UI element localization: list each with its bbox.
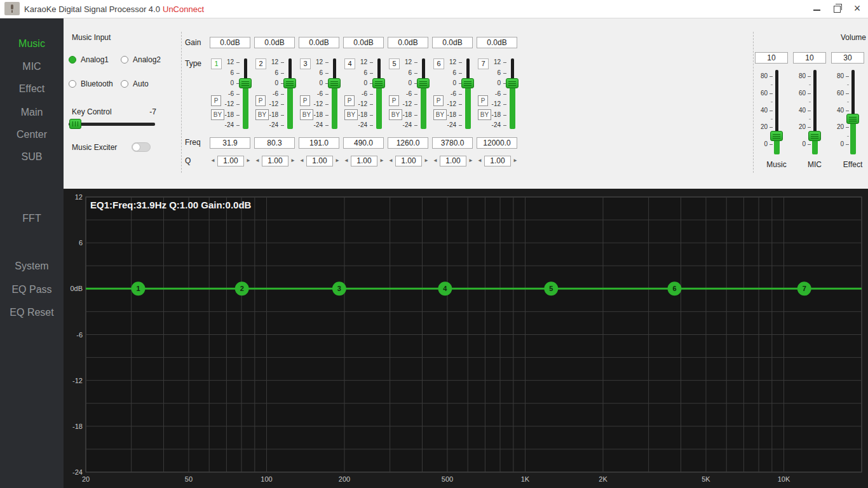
q-decrease-button-3[interactable]: ◄ (299, 156, 305, 165)
bypass-button-1[interactable]: BY (211, 109, 224, 120)
eq-point-label-3: 3 (337, 285, 341, 292)
band-freq-input-6[interactable]: 3780.0 (432, 137, 473, 149)
app-icon (4, 2, 20, 15)
q-increase-button-2[interactable]: ► (290, 156, 296, 165)
band-freq-input-2[interactable]: 80.3 (254, 137, 295, 149)
volume-value-mic[interactable]: 10 (793, 52, 826, 64)
radio-bluetooth[interactable] (69, 80, 76, 88)
band-freq-input-4[interactable]: 490.0 (343, 137, 384, 149)
band-gain-input-7[interactable]: 0.0dB (477, 37, 517, 48)
sidebar-item-eq-reset[interactable]: EQ Reset (0, 307, 64, 318)
volume-slider-handle-mic[interactable] (808, 131, 821, 141)
eq-band-3: 0.0dB31260-6-12-18-24PBY191.0◄1.00► (299, 18, 343, 189)
band-gain-slider-handle-6[interactable] (461, 78, 474, 88)
peak-type-button-6[interactable]: P (433, 95, 444, 106)
chart-title: EQ1:Freq:31.9Hz Q:1.00 Gain:0.0dB (90, 200, 252, 210)
minimize-button[interactable] (806, 0, 827, 18)
band-freq-input-7[interactable]: 12000.0 (477, 137, 517, 149)
band-q-value-4[interactable]: 1.00 (351, 156, 377, 166)
volume-value-music[interactable]: 10 (755, 52, 788, 64)
band-gain-input-5[interactable]: 0.0dB (388, 37, 428, 48)
volume-slider-handle-effect[interactable] (846, 114, 859, 124)
band-gain-input-1[interactable]: 0.0dB (210, 37, 250, 48)
band-gain-slider-3[interactable] (328, 57, 341, 130)
sidebar-item-effect[interactable]: Effect (0, 83, 64, 95)
q-increase-button-6[interactable]: ► (468, 156, 474, 165)
band-gain-slider-handle-3[interactable] (328, 78, 341, 88)
sidebar-item-mic[interactable]: MIC (0, 61, 64, 72)
band-gain-slider-4[interactable] (372, 57, 385, 130)
q-decrease-button-4[interactable]: ◄ (343, 156, 349, 165)
peak-type-button-4[interactable]: P (344, 95, 355, 106)
sidebar-item-fft[interactable]: FFT (0, 213, 64, 224)
band-gain-input-2[interactable]: 0.0dB (254, 37, 295, 48)
band-freq-input-5[interactable]: 1260.0 (388, 137, 428, 149)
band-gain-slider-1[interactable] (239, 57, 252, 130)
volume-slider-mic[interactable] (808, 70, 821, 159)
sidebar-item-sub[interactable]: SUB (0, 151, 64, 163)
q-increase-button-5[interactable]: ► (423, 156, 430, 165)
peak-type-button-7[interactable]: P (478, 95, 488, 106)
peak-type-button-3[interactable]: P (300, 95, 310, 106)
volume-slider-handle-music[interactable] (770, 131, 783, 141)
band-gain-slider-handle-4[interactable] (372, 78, 385, 88)
music-exciter-toggle[interactable] (132, 142, 151, 152)
volume-slider-effect[interactable] (846, 70, 859, 159)
peak-type-button-5[interactable]: P (389, 95, 399, 106)
band-gain-input-4[interactable]: 0.0dB (343, 37, 384, 48)
bypass-button-5[interactable]: BY (389, 109, 402, 120)
band-gain-slider-handle-2[interactable] (283, 78, 296, 88)
q-decrease-button-6[interactable]: ◄ (432, 156, 438, 165)
band-gain-slider-handle-7[interactable] (506, 78, 519, 88)
radio-analog1[interactable] (69, 56, 76, 64)
x-axis-label: 10K (778, 475, 790, 483)
q-decrease-button-2[interactable]: ◄ (254, 156, 261, 165)
volume-value-effect[interactable]: 30 (831, 52, 864, 64)
band-gain-slider-2[interactable] (283, 57, 296, 130)
eq-point-label-1: 1 (136, 285, 140, 292)
sidebar-item-music[interactable]: Music (0, 38, 64, 50)
q-increase-button-7[interactable]: ► (512, 156, 519, 165)
sidebar-item-main[interactable]: Main (0, 107, 64, 118)
sidebar-item-eq-pass[interactable]: EQ Pass (0, 284, 64, 295)
band-q-value-3[interactable]: 1.00 (306, 156, 333, 166)
peak-type-button-2[interactable]: P (255, 95, 266, 106)
band-gain-slider-7[interactable] (506, 57, 519, 130)
band-gain-slider-6[interactable] (461, 57, 474, 130)
q-decrease-button-1[interactable]: ◄ (210, 156, 216, 165)
band-q-value-1[interactable]: 1.00 (217, 156, 244, 166)
bypass-button-3[interactable]: BY (300, 109, 313, 120)
band-gain-slider-5[interactable] (417, 57, 430, 130)
key-control-slider-handle[interactable] (69, 119, 81, 129)
band-freq-input-1[interactable]: 31.9 (210, 137, 250, 149)
q-decrease-button-7[interactable]: ◄ (477, 156, 483, 165)
x-axis-label: 5K (702, 475, 710, 483)
band-q-value-2[interactable]: 1.00 (262, 156, 288, 166)
restore-button[interactable] (826, 0, 848, 18)
radio-analog2[interactable] (121, 56, 128, 64)
band-q-value-5[interactable]: 1.00 (395, 156, 422, 166)
bypass-button-2[interactable]: BY (255, 109, 269, 120)
key-control-slider[interactable] (69, 123, 155, 126)
band-gain-slider-handle-1[interactable] (239, 78, 252, 88)
bypass-button-4[interactable]: BY (344, 109, 358, 120)
volume-channel-music: 10806040200Music (755, 18, 788, 189)
bypass-button-6[interactable]: BY (433, 109, 447, 120)
sidebar-item-system[interactable]: System (0, 261, 64, 272)
peak-type-button-1[interactable]: P (211, 95, 221, 106)
close-button[interactable]: × (846, 0, 868, 18)
q-increase-button-3[interactable]: ► (334, 156, 341, 165)
band-freq-input-3[interactable]: 191.0 (299, 137, 339, 149)
volume-slider-music[interactable] (770, 70, 783, 159)
band-gain-input-6[interactable]: 0.0dB (432, 37, 473, 48)
sidebar-item-center[interactable]: Center (0, 129, 64, 140)
band-gain-input-3[interactable]: 0.0dB (299, 37, 339, 48)
band-q-value-6[interactable]: 1.00 (440, 156, 466, 166)
radio-auto[interactable] (121, 80, 128, 88)
bypass-button-7[interactable]: BY (478, 109, 491, 120)
band-gain-slider-handle-5[interactable] (417, 78, 430, 88)
band-q-value-7[interactable]: 1.00 (484, 156, 511, 166)
q-decrease-button-5[interactable]: ◄ (388, 156, 394, 165)
q-increase-button-4[interactable]: ► (379, 156, 385, 165)
q-increase-button-1[interactable]: ► (245, 156, 252, 165)
